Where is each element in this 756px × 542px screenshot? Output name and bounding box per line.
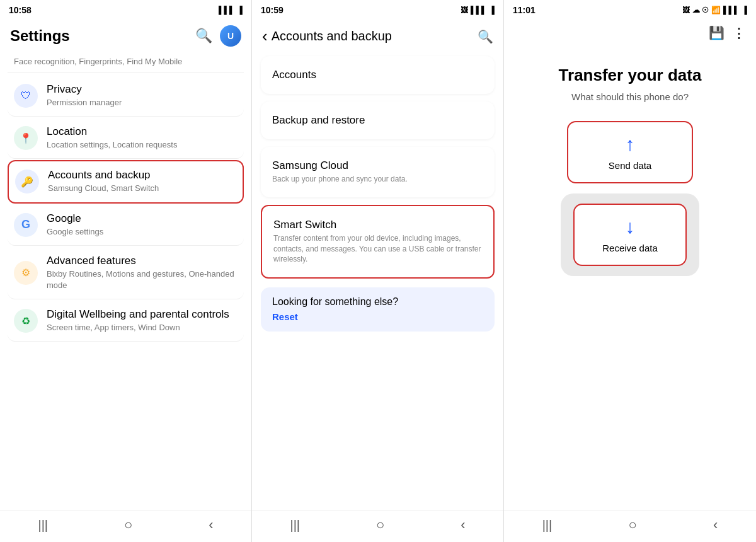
avatar[interactable]: U <box>220 25 241 47</box>
send-data-button[interactable]: ↑ Send data <box>567 121 693 183</box>
signal-icon-3: ▌▌▌ <box>723 6 740 14</box>
status-icons-3: 🖼 ☁ ☉ 📶 ▌▌▌ ▐ <box>682 6 747 14</box>
google-subtitle: Google settings <box>47 226 238 238</box>
settings-list: Face recognition, Fingerprints, Find My … <box>0 53 251 510</box>
signal-icon-1: ▌▌▌ <box>219 6 235 14</box>
accounts-backup-panel: 10:59 🖼 ▌▌▌ ▐ ‹ Accounts and backup 🔍 Ac… <box>252 0 504 542</box>
sidebar-item-advanced[interactable]: ⚙ Advanced features Bixby Routines, Moti… <box>8 247 244 299</box>
settings-panel: 10:58 ▌▌▌ ▐ Settings 🔍 U Face recognitio… <box>0 0 252 542</box>
accounts-backup-title: Accounts and backup <box>272 29 392 43</box>
samsung-cloud-card: Samsung Cloud Back up your phone and syn… <box>261 147 495 197</box>
privacy-title: Privacy <box>47 83 238 96</box>
storage-icon: 💾 <box>709 25 724 42</box>
wifi-icon-3: 📶 <box>711 6 721 14</box>
looking-section: Looking for something else? Reset <box>261 287 495 332</box>
accounts-item-title: Accounts <box>272 69 483 81</box>
accounts-backup-header: ‹ Accounts and backup 🔍 <box>252 20 503 52</box>
search-icon[interactable]: 🔍 <box>195 28 212 44</box>
sidebar-item-accounts-backup[interactable]: 🔑 Accounts and backup Samsung Cloud, Sma… <box>8 160 244 203</box>
nav-back-3[interactable]: ‹ <box>713 517 718 533</box>
status-icons-1: ▌▌▌ ▐ <box>219 6 243 14</box>
receive-section: ↓ Receive data <box>561 193 699 276</box>
status-bar-3: 11:01 🖼 ☁ ☉ 📶 ▌▌▌ ▐ <box>504 0 756 20</box>
google-title: Google <box>47 212 238 225</box>
nav-bar-2: ||| ○ ‹ <box>252 510 503 542</box>
nav-back-2[interactable]: ‹ <box>461 517 465 533</box>
time-3: 11:01 <box>513 5 536 15</box>
battery-icon-2: ▐ <box>489 6 495 14</box>
samsung-cloud-title: Samsung Cloud <box>272 159 483 172</box>
settings-title: Settings <box>10 27 70 45</box>
location-icon: 📍 <box>14 126 38 150</box>
digital-wellbeing-icon: ♻ <box>14 309 38 333</box>
privacy-icon: 🛡 <box>14 84 38 108</box>
digital-wellbeing-title: Digital Wellbeing and parental controls <box>47 308 238 321</box>
advanced-title: Advanced features <box>47 255 238 267</box>
backup-restore-title: Backup and restore <box>272 114 483 127</box>
nav-back-1[interactable]: ‹ <box>209 517 213 533</box>
receive-arrow-icon: ↓ <box>626 216 635 238</box>
time-2: 10:59 <box>261 5 284 15</box>
advanced-subtitle: Bixby Routines, Motions and gestures, On… <box>47 268 238 291</box>
more-options-icon[interactable]: ⋮ <box>732 25 746 42</box>
transfer-data-panel: 11:01 🖼 ☁ ☉ 📶 ▌▌▌ ▐ 💾 ⋮ Transfer your da… <box>504 0 756 542</box>
accounts-card: Accounts <box>261 56 495 94</box>
battery-icon-1: ▐ <box>237 6 243 14</box>
search-icon-2[interactable]: 🔍 <box>478 29 493 44</box>
nav-menu-3[interactable]: ||| <box>542 518 553 533</box>
looking-title: Looking for something else? <box>272 296 483 308</box>
status-icons-2: 🖼 ▌▌▌ ▐ <box>461 6 495 14</box>
transfer-title: Transfer your data <box>559 66 702 85</box>
receive-data-button[interactable]: ↓ Receive data <box>573 204 687 266</box>
gallery-icon-2: 🖼 <box>461 6 468 14</box>
google-icon: G <box>14 213 38 237</box>
send-label: Send data <box>609 160 651 171</box>
nav-menu-1[interactable]: ||| <box>38 518 48 533</box>
backup-restore-card: Backup and restore <box>261 101 495 139</box>
location-subtitle: Location settings, Location requests <box>47 139 238 151</box>
samsung-cloud-subtitle: Back up your phone and sync your data. <box>272 174 483 185</box>
nav-bar-1: ||| ○ ‹ <box>0 510 251 542</box>
samsung-cloud-menu-item[interactable]: Samsung Cloud Back up your phone and syn… <box>261 149 495 195</box>
privacy-subtitle: Permission manager <box>47 97 238 108</box>
smart-switch-card: Smart Switch Transfer content from your … <box>262 206 493 277</box>
partial-top-item: Face recognition, Fingerprints, Find My … <box>8 53 244 73</box>
smart-switch-subtitle: Transfer content from your old device, i… <box>273 233 482 265</box>
receive-label: Receive data <box>602 243 658 253</box>
reset-link[interactable]: Reset <box>272 311 298 322</box>
accounts-menu-item[interactable]: Accounts <box>261 59 495 91</box>
header-icons: 🔍 U <box>195 25 241 47</box>
status-bar-1: 10:58 ▌▌▌ ▐ <box>0 0 251 20</box>
settings-header: Settings 🔍 U <box>0 20 251 53</box>
panel3-header: 💾 ⋮ <box>504 20 756 47</box>
smart-switch-highlight: Smart Switch Transfer content from your … <box>261 205 495 279</box>
nav-menu-2[interactable]: ||| <box>290 518 300 533</box>
sidebar-item-google[interactable]: G Google Google settings <box>8 205 244 246</box>
sidebar-item-digital-wellbeing[interactable]: ♻ Digital Wellbeing and parental control… <box>8 301 244 342</box>
backup-restore-menu-item[interactable]: Backup and restore <box>261 104 495 137</box>
nav-bar-3: ||| ○ ‹ <box>504 510 756 542</box>
transfer-content: Transfer your data What should this phon… <box>504 47 756 510</box>
accounts-icon: 🔑 <box>15 170 39 193</box>
sidebar-item-location[interactable]: 📍 Location Location settings, Location r… <box>8 118 244 159</box>
battery-icon-3: ▐ <box>742 6 747 14</box>
time-1: 10:58 <box>9 5 32 15</box>
signal-icon-2: ▌▌▌ <box>471 6 487 14</box>
smart-switch-title: Smart Switch <box>273 219 482 231</box>
status-bar-2: 10:59 🖼 ▌▌▌ ▐ <box>252 0 503 20</box>
accounts-backup-subtitle: Samsung Cloud, Smart Switch <box>48 183 236 194</box>
location-title: Location <box>47 125 238 138</box>
smart-switch-menu-item[interactable]: Smart Switch Transfer content from your … <box>262 209 493 275</box>
sidebar-item-privacy[interactable]: 🛡 Privacy Permission manager <box>8 76 244 117</box>
nav-home-1[interactable]: ○ <box>124 517 132 533</box>
send-arrow-icon: ↑ <box>626 134 635 155</box>
nav-home-3[interactable]: ○ <box>628 517 636 533</box>
digital-wellbeing-subtitle: Screen time, App timers, Wind Down <box>47 322 238 333</box>
nav-home-2[interactable]: ○ <box>376 517 384 533</box>
transfer-subtitle: What should this phone do? <box>571 91 689 102</box>
notification-icon-3: 🖼 ☁ ☉ <box>682 6 709 14</box>
advanced-icon: ⚙ <box>14 261 38 285</box>
back-button[interactable]: ‹ <box>262 26 268 46</box>
accounts-backup-title: Accounts and backup <box>48 169 236 182</box>
